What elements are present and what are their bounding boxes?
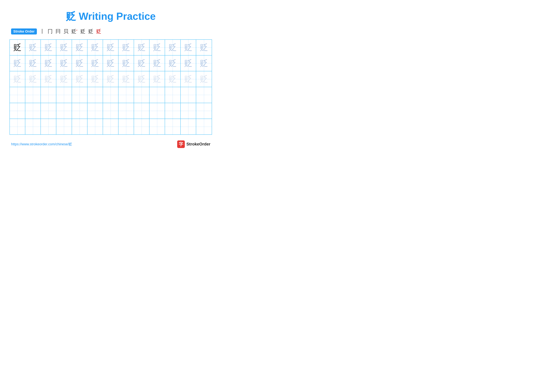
grid-cell[interactable] xyxy=(103,87,118,103)
grid-cell[interactable]: 贬 xyxy=(150,71,165,87)
cell-character: 贬 xyxy=(91,75,99,83)
cell-character: 贬 xyxy=(106,43,115,51)
grid-cell[interactable] xyxy=(88,87,103,103)
grid-cell[interactable]: 贬 xyxy=(196,56,212,71)
grid-cell[interactable] xyxy=(72,103,88,119)
grid-cell[interactable] xyxy=(103,103,118,119)
grid-cell[interactable]: 贬 xyxy=(165,40,181,55)
grid-cell[interactable] xyxy=(165,103,181,119)
grid-cell[interactable]: 贬 xyxy=(41,56,56,71)
stroke-step-1: 丨 xyxy=(40,28,45,35)
grid-cell[interactable]: 贬 xyxy=(103,40,118,55)
cell-character: 贬 xyxy=(75,59,84,67)
grid-cell[interactable] xyxy=(181,87,196,103)
grid-cell[interactable] xyxy=(10,103,25,119)
grid-cell[interactable]: 贬 xyxy=(56,56,72,71)
grid-cell[interactable] xyxy=(196,119,212,134)
grid-cell[interactable] xyxy=(118,119,134,134)
grid-cell[interactable] xyxy=(181,103,196,119)
grid-cell[interactable] xyxy=(56,103,72,119)
grid-cell[interactable]: 贬 xyxy=(56,40,72,55)
grid-cell[interactable]: 贬 xyxy=(10,71,25,87)
grid-cell[interactable]: 贬 xyxy=(150,40,165,55)
cell-character: 贬 xyxy=(153,75,161,83)
grid-cell[interactable]: 贬 xyxy=(72,40,88,55)
grid-cell[interactable] xyxy=(134,87,150,103)
grid-cell[interactable] xyxy=(25,119,41,134)
page-title: 贬 Writing Practice xyxy=(9,9,212,23)
cell-character: 贬 xyxy=(60,59,68,67)
grid-cell[interactable] xyxy=(165,87,181,103)
grid-cell[interactable]: 贬 xyxy=(72,71,88,87)
grid-cell[interactable]: 贬 xyxy=(10,40,25,55)
cell-character: 贬 xyxy=(122,59,130,67)
grid-cell[interactable] xyxy=(150,119,165,134)
grid-cell[interactable]: 贬 xyxy=(88,40,103,55)
grid-cell[interactable]: 贬 xyxy=(72,56,88,71)
grid-cell[interactable]: 贬 xyxy=(181,71,196,87)
grid-cell[interactable] xyxy=(41,87,56,103)
grid-cell[interactable]: 贬 xyxy=(88,56,103,71)
grid-cell[interactable] xyxy=(88,119,103,134)
grid-cell[interactable] xyxy=(56,119,72,134)
grid-cell[interactable] xyxy=(88,103,103,119)
cell-character: 贬 xyxy=(44,75,52,83)
grid-cell[interactable]: 贬 xyxy=(41,71,56,87)
grid-cell[interactable] xyxy=(25,87,41,103)
grid-cell[interactable]: 贬 xyxy=(196,71,212,87)
grid-cell[interactable]: 贬 xyxy=(41,40,56,55)
grid-cell[interactable] xyxy=(196,87,212,103)
grid-cell[interactable] xyxy=(150,103,165,119)
grid-cell[interactable] xyxy=(150,87,165,103)
grid-cell[interactable] xyxy=(165,119,181,134)
footer-url[interactable]: https://www.strokeorder.com/chinese/贬 xyxy=(11,142,72,147)
grid-cell[interactable]: 贬 xyxy=(88,71,103,87)
grid-cell[interactable] xyxy=(103,119,118,134)
grid-cell[interactable]: 贬 xyxy=(118,56,134,71)
grid-cell[interactable]: 贬 xyxy=(181,40,196,55)
cell-character: 贬 xyxy=(29,75,37,83)
grid-cell[interactable] xyxy=(41,103,56,119)
cell-character: 贬 xyxy=(168,43,177,51)
grid-cell[interactable]: 贬 xyxy=(25,40,41,55)
grid-cell[interactable] xyxy=(25,103,41,119)
grid-cell[interactable]: 贬 xyxy=(103,71,118,87)
grid-cell[interactable] xyxy=(196,103,212,119)
grid-cell[interactable]: 贬 xyxy=(134,40,150,55)
grid-cell[interactable] xyxy=(10,87,25,103)
grid-cell[interactable]: 贬 xyxy=(103,56,118,71)
grid-cell[interactable]: 贬 xyxy=(165,56,181,71)
cell-character: 贬 xyxy=(184,59,192,67)
grid-cell[interactable] xyxy=(181,119,196,134)
grid-cell[interactable] xyxy=(72,87,88,103)
brand-name: StrokeOrder xyxy=(186,142,210,147)
grid-cell[interactable]: 贬 xyxy=(150,56,165,71)
grid-cell[interactable] xyxy=(10,119,25,134)
stroke-step-8: 贬 xyxy=(96,28,101,35)
cell-character: 贬 xyxy=(184,75,192,83)
grid-cell[interactable] xyxy=(118,103,134,119)
brand-icon: 字 xyxy=(177,140,185,148)
grid-cell[interactable] xyxy=(72,119,88,134)
grid-row: 贬贬贬贬贬贬贬贬贬贬贬贬贬 xyxy=(10,56,212,71)
grid-cell[interactable]: 贬 xyxy=(25,56,41,71)
grid-cell[interactable]: 贬 xyxy=(25,71,41,87)
grid-cell[interactable]: 贬 xyxy=(118,40,134,55)
grid-cell[interactable]: 贬 xyxy=(181,56,196,71)
grid-cell[interactable] xyxy=(134,119,150,134)
grid-cell[interactable] xyxy=(41,119,56,134)
cell-character: 贬 xyxy=(75,43,84,51)
cell-character: 贬 xyxy=(138,59,146,67)
grid-cell[interactable]: 贬 xyxy=(118,71,134,87)
cell-character: 贬 xyxy=(13,59,22,67)
grid-cell[interactable]: 贬 xyxy=(165,71,181,87)
grid-cell[interactable]: 贬 xyxy=(56,71,72,87)
grid-cell[interactable] xyxy=(118,87,134,103)
grid-cell[interactable] xyxy=(134,103,150,119)
grid-cell[interactable]: 贬 xyxy=(196,40,212,55)
grid-cell[interactable]: 贬 xyxy=(134,71,150,87)
grid-cell[interactable]: 贬 xyxy=(134,56,150,71)
grid-row: 贬贬贬贬贬贬贬贬贬贬贬贬贬 xyxy=(10,71,212,87)
grid-cell[interactable]: 贬 xyxy=(10,56,25,71)
grid-cell[interactable] xyxy=(56,87,72,103)
